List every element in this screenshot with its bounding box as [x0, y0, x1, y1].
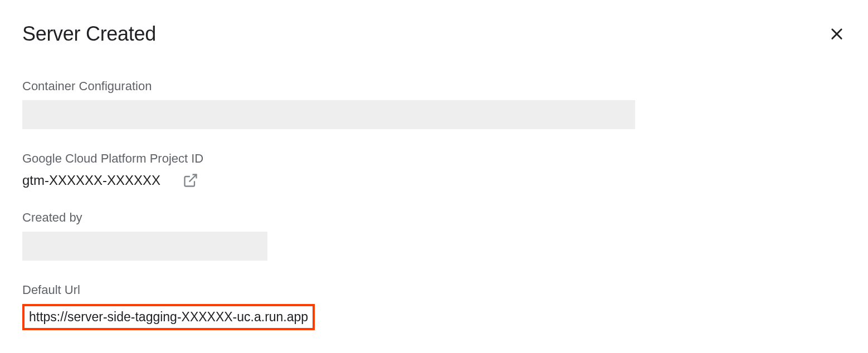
dialog-header: Server Created: [22, 22, 846, 46]
created-by-label: Created by: [22, 210, 846, 225]
default-url-label: Default Url: [22, 283, 846, 297]
project-id-field: Google Cloud Platform Project ID gtm-XXX…: [22, 151, 846, 188]
container-config-value-redacted: [22, 100, 635, 129]
project-id-value: gtm-XXXXXX-XXXXXX: [22, 173, 160, 188]
external-link-icon[interactable]: [183, 173, 198, 188]
created-by-value-redacted: [22, 232, 267, 261]
default-url-value: https://server-side-tagging-XXXXXX-uc.a.…: [22, 304, 315, 330]
container-config-field: Container Configuration: [22, 79, 846, 129]
dialog-title: Server Created: [22, 22, 156, 46]
created-by-field: Created by: [22, 210, 846, 261]
project-id-label: Google Cloud Platform Project ID: [22, 151, 846, 166]
close-button[interactable]: [828, 25, 846, 43]
default-url-field: Default Url https://server-side-tagging-…: [22, 283, 846, 330]
svg-line-2: [189, 175, 197, 182]
close-icon: [829, 26, 845, 42]
container-config-label: Container Configuration: [22, 79, 846, 94]
